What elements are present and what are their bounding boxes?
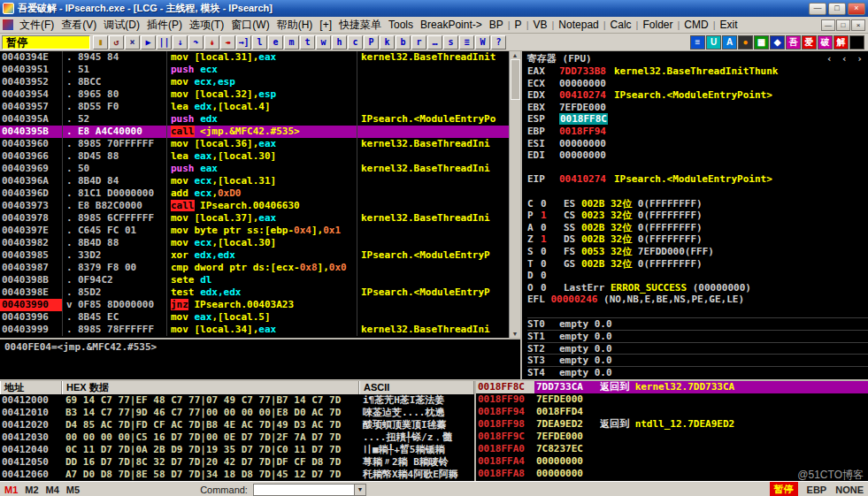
disasm-row[interactable]: 0040396A.8B4D 84mov ecx,[local.31]	[0, 175, 509, 187]
menu-item[interactable]: Folder	[639, 18, 676, 32]
windows-button[interactable]: w	[316, 35, 331, 50]
plugin-button-1[interactable]: ≡	[690, 35, 705, 50]
register-row[interactable]: EDX00410274IPsearch.<ModuleEntryPoint>	[527, 89, 868, 102]
menu-item[interactable]: 查看(V)	[58, 17, 100, 34]
disasm-row[interactable]: 00403982.8B4D 88mov ecx,[local.30]	[0, 237, 509, 249]
menu-item[interactable]: 选项(T)	[186, 17, 227, 34]
menu-item[interactable]: BreakPoint->	[417, 18, 486, 32]
disasm-row[interactable]: 0040394E.8945 84mov [local.31],eaxkernel…	[0, 51, 509, 64]
open-file-button[interactable]: ▮	[93, 35, 108, 50]
plugin-button-4[interactable]: ●	[738, 35, 753, 50]
register-row[interactable]: ESI00000000	[527, 138, 868, 150]
pause-button[interactable]: ||	[157, 35, 172, 50]
flag-row[interactable]: T0GS 002B 32位 0(FFFFFFFF)	[527, 258, 868, 271]
fpu-row[interactable]: ST2empty 0.0	[527, 342, 868, 355]
register-row[interactable]: EIP00410274IPsearch.<ModuleEntryPoint>	[527, 173, 868, 186]
flag-row[interactable]: Z1DS 002B 32位 0(FFFFFFFF)	[527, 233, 868, 246]
brand-button-jie[interactable]: 解	[833, 35, 849, 50]
source-button[interactable]: s	[443, 35, 458, 50]
menu-item[interactable]: 插件(P)	[143, 17, 186, 34]
title-bar[interactable]: 吾爱破解 - IPsearch.exe - [LCG - 主线程, 模块 - I…	[0, 0, 868, 17]
registers-nav-arrows[interactable]: ‹ ‹ ›	[826, 53, 864, 65]
patches-button[interactable]: P	[364, 35, 379, 50]
stack-row[interactable]: 0018FF987DEA9ED2返回到 ntdll_12.7DEA9ED2	[476, 418, 868, 431]
menu-item[interactable]: 帮助(H)	[273, 17, 317, 34]
disasm-row[interactable]: 00403966.8D45 88lea eax,[local.30]	[0, 150, 509, 163]
handles-button[interactable]: h	[332, 35, 347, 50]
mdi-minimize-button[interactable]: —	[821, 19, 835, 31]
stack-panel[interactable]: 0018FF8C7DD733CA返回到 kernel32.7DD733CA001…	[474, 381, 868, 481]
fpu-row[interactable]: ST0empty 0.0	[527, 317, 868, 330]
disasm-row[interactable]: 00403999.8985 78FFFFFFmov [local.34],eax…	[0, 324, 509, 336]
menu-item[interactable]: CMD	[680, 18, 711, 32]
log-window-button[interactable]: l	[252, 35, 267, 50]
menu-item[interactable]: P	[511, 18, 526, 32]
dump-row[interactable]: 004120400C 11 D7 7D|0A 2B D9 7D|19 35 D7…	[0, 444, 474, 456]
menu-item[interactable]: 文件(F)	[16, 17, 58, 34]
disasm-row[interactable]: 00403990v0F85 8D000000jnz IPsearch.00403…	[0, 299, 509, 311]
disasm-row[interactable]: 0040395A.52push edxIPsearch.<ModuleEntry…	[0, 113, 509, 126]
minimize-button[interactable]: —	[809, 3, 826, 15]
disasm-row[interactable]: 00403973.E8 B82C0000call IPsearch.004066…	[0, 200, 509, 212]
flag-row[interactable]: C0ES 002B 32位 0(FFFFFFFF)	[527, 198, 868, 210]
watch-button[interactable]: W	[475, 35, 490, 50]
command-input[interactable]	[254, 485, 354, 495]
dump-row[interactable]: 00412010B3 14 C7 77|9D 46 C7 77|00 00 00…	[0, 407, 474, 419]
help-button[interactable]: ?	[491, 35, 506, 50]
menu-item[interactable]: 窗口(W)	[227, 17, 273, 34]
step-into-button[interactable]: ↓	[173, 35, 188, 50]
maximize-button[interactable]: □	[828, 3, 846, 15]
breakpoints-button[interactable]: b	[396, 35, 411, 50]
menu-item[interactable]: Notepad	[555, 18, 602, 32]
disasm-row[interactable]: 00403954.8965 80mov [local.32],esp	[0, 88, 509, 101]
plugin-button-3[interactable]: A	[722, 35, 737, 50]
executable-modules-button[interactable]: e	[268, 35, 283, 50]
dump-row[interactable]: 0041200069 14 C7 77|EF 48 C7 77|07 49 C7…	[0, 394, 474, 407]
disasm-row[interactable]: 0040395B.E8 A4C40000call <jmp.&MFC42.#53…	[0, 126, 509, 138]
disasm-row[interactable]: 00403987.8379 F8 00cmp dword ptr ds:[ecx…	[0, 262, 509, 274]
run-button[interactable]: ▶	[141, 35, 156, 50]
step-over-button[interactable]: ↷	[188, 35, 204, 50]
disasm-rows[interactable]: 0040394E.8945 84mov [local.31],eaxkernel…	[0, 51, 509, 338]
scroll-up-icon[interactable]: ▲	[512, 52, 518, 58]
disasm-row[interactable]: 00403960.8985 70FFFFFFmov [local.36],eax…	[0, 138, 509, 150]
disasm-scrollbar[interactable]: ▲ ▼	[509, 51, 520, 338]
status-marker-m2[interactable]: M2	[25, 485, 38, 495]
plugin-button-2[interactable]: U	[706, 35, 721, 50]
menu-item[interactable]: 调试(D)	[100, 17, 143, 34]
register-row[interactable]: EAX7DD733B8kernel32.BaseThreadInitThunk	[527, 65, 868, 78]
dump-row[interactable]: 00412050DD 16 D7 7D|8C 32 D7 7D|20 42 D7…	[0, 456, 474, 469]
brand-button-wu[interactable]: 吾	[786, 35, 801, 50]
brand-button-black[interactable]: ■	[849, 35, 864, 50]
register-row[interactable]: EBX7EFDE000	[527, 102, 868, 114]
register-row[interactable]: EBP0018FF94	[527, 126, 868, 138]
command-dropdown-icon[interactable]: ▼	[354, 485, 365, 495]
menu-item[interactable]: Calc	[607, 18, 635, 32]
register-row[interactable]: EDI00000000	[527, 149, 868, 162]
menu-item[interactable]: [+]	[316, 18, 335, 32]
fpu-row[interactable]: ST1empty 0.0	[527, 330, 868, 342]
stack-row[interactable]: 0018FF907EFDE000	[476, 393, 868, 406]
animate-over-button[interactable]: ↠	[220, 35, 235, 50]
close-button[interactable]: ×	[848, 3, 865, 15]
run-trace-button[interactable]: …	[427, 35, 442, 50]
animate-into-button[interactable]: ↡	[204, 35, 219, 50]
brand-button-ai[interactable]: 爱	[802, 35, 817, 50]
disasm-row[interactable]: 00403978.8985 6CFFFFFFmov [local.37],eax…	[0, 212, 509, 225]
disasm-row[interactable]: 0040397E.C645 FC 01mov byte ptr ss:[ebp-…	[0, 225, 509, 237]
flag-row[interactable]: P1CS 0023 32位 0(FFFFFFFF)	[527, 210, 868, 222]
memory-map-button[interactable]: m	[284, 35, 299, 50]
stack-row[interactable]: 0018FFA400000000	[476, 455, 868, 468]
fpu-row[interactable]: ST4empty 0.0	[527, 366, 868, 378]
dump-rows[interactable]: 0041200069 14 C7 77|EF 48 C7 77|07 49 C7…	[0, 394, 474, 481]
status-marker-m5[interactable]: M5	[66, 485, 80, 495]
menu-item[interactable]: BP	[486, 18, 507, 32]
dump-row[interactable]: 00412020D4 85 AC 7D|FD CF AC 7D|B8 4E AC…	[0, 419, 474, 431]
plugin-button-5[interactable]: ▦	[754, 35, 769, 50]
plugin-button-6[interactable]: ◆	[770, 35, 785, 50]
disasm-row[interactable]: 0040398E.85D2test edx,edxIPsearch.<Modul…	[0, 286, 509, 299]
scrollbar-thumb[interactable]	[511, 59, 520, 100]
disasm-row[interactable]: 00403985.33D2xor edx,edxIPsearch.<Module…	[0, 249, 509, 262]
command-combobox[interactable]: ▼	[253, 484, 366, 496]
disasm-row[interactable]: 00403952.8BCCmov ecx,esp	[0, 76, 509, 88]
